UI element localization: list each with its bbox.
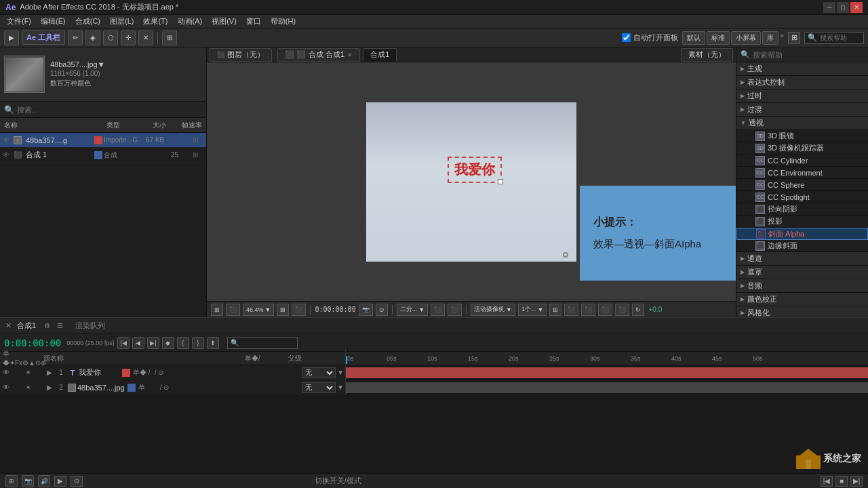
menu-window[interactable]: 窗口	[242, 15, 265, 28]
layer-1-parent-select[interactable]: 无	[302, 367, 336, 378]
effect-cc-spotlight[interactable]: CC CC Spotlight	[736, 191, 868, 203]
minimize-button[interactable]: ─	[823, 2, 835, 13]
vc-show-snapshot[interactable]: ⊙	[376, 304, 388, 316]
vc-grid-btn[interactable]: ⊞	[211, 304, 223, 316]
tool-shape[interactable]: ⬡	[103, 30, 118, 45]
tab-footage[interactable]: 素材（无）	[681, 48, 733, 62]
vc-camera-dropdown[interactable]: 活动摄像机 ▼	[471, 304, 515, 316]
layer-1-lock[interactable]	[34, 368, 43, 378]
timecode-display[interactable]: 0:00:00:00	[4, 338, 61, 348]
timeline-search-input[interactable]	[240, 339, 294, 346]
tab-comp-icon[interactable]: ⬛ ⬛ 合成 合成1 ✕	[277, 48, 360, 62]
vc-color[interactable]: ⬛	[292, 304, 306, 316]
vc-resolution-btn[interactable]: ⬛	[226, 304, 240, 316]
tool-extra1[interactable]: ⊞	[162, 30, 177, 45]
effects-cat-perspective[interactable]: ▼ 透视	[736, 117, 868, 130]
title-bar-controls[interactable]: ─ □ ✕	[823, 2, 863, 13]
search-input[interactable]	[820, 34, 861, 41]
eye-icon[interactable]: 👁	[3, 136, 12, 144]
tl-out-point[interactable]: }	[192, 337, 204, 349]
viewer-icon[interactable]: ⊞	[788, 32, 800, 44]
menu-compose[interactable]: 合成(C)	[71, 15, 104, 28]
workspace-default[interactable]: 默认	[682, 31, 705, 45]
layer-1-bar[interactable]	[346, 367, 868, 378]
effects-cat-transition[interactable]: ▶ 过渡	[736, 103, 868, 117]
switch-mode-label[interactable]: 切换开关/模式	[315, 476, 361, 486]
eye-icon-1[interactable]: 👁	[3, 151, 12, 159]
layer-2-solo[interactable]: ☀	[23, 383, 33, 392]
menu-file[interactable]: 文件(F)	[3, 15, 35, 28]
active-comp-tab[interactable]: 合成1	[363, 48, 397, 62]
auto-open-checkbox[interactable]	[622, 33, 631, 42]
play-end[interactable]: ▶|	[850, 476, 863, 487]
layer-row-1[interactable]: 👁 ☀ ▶ 1 T 我爱你 单◆ / / ⊙ 无 ▼	[0, 365, 868, 380]
menu-animate[interactable]: 动画(A)	[174, 15, 207, 28]
effect-bevel-alpha[interactable]: ⬛ 斜面 Alpha	[736, 228, 868, 240]
restore-button[interactable]: □	[837, 2, 849, 13]
menu-layer[interactable]: 图层(L)	[106, 15, 138, 28]
tl-move-start[interactable]: |◀	[117, 337, 130, 349]
status-sound-icon[interactable]: 🔊	[38, 475, 50, 487]
play-resolution[interactable]: ⊙	[71, 476, 83, 487]
tl-prev-frame[interactable]: ◀	[132, 337, 144, 349]
text-layer[interactable]: 我爱你	[448, 157, 502, 183]
tool-pen[interactable]: ✏	[68, 30, 83, 45]
project-item-1[interactable]: 👁 ⬛ 合成 1 合成 25 ⊞	[0, 148, 206, 163]
vc-3d[interactable]: ⬛	[581, 304, 595, 316]
menu-effects[interactable]: 效果(T)	[139, 15, 172, 28]
effects-cat-mask[interactable]: ▶ 遮罩	[736, 266, 868, 279]
layer-1-vis[interactable]: 👁	[1, 368, 11, 378]
tool-move[interactable]: ✛	[121, 30, 136, 45]
status-camera-icon[interactable]: 📷	[22, 475, 34, 487]
render-queue-button[interactable]: 渲染队列	[71, 319, 109, 332]
play-button[interactable]: ▶	[54, 476, 66, 487]
effects-cat-expr[interactable]: ▶ 表达式控制	[736, 76, 868, 89]
effects-cat-stylize[interactable]: ▶ 风格化	[736, 306, 868, 317]
project-search-input[interactable]	[17, 106, 202, 114]
transform-handle[interactable]	[498, 179, 503, 184]
tool-select[interactable]: ▶	[4, 30, 19, 45]
vc-fast-preview[interactable]: ⬛	[448, 304, 462, 316]
vc-zoom-dropdown[interactable]: 46.4% ▼	[243, 304, 274, 316]
layer-2-bar[interactable]	[346, 382, 868, 393]
workspace-standard[interactable]: 标准	[707, 31, 730, 45]
layer-2-lock[interactable]	[34, 383, 43, 392]
effect-cc-sphere[interactable]: CC CC Sphere	[736, 179, 868, 191]
effects-cat-channel[interactable]: ▶ 通道	[736, 252, 868, 266]
effects-cat-audio[interactable]: ▶ 音频	[736, 279, 868, 293]
layer-1-audio[interactable]	[12, 368, 22, 378]
tl-forward-frame[interactable]: ▶|	[147, 337, 159, 349]
workspace-small[interactable]: 小屏幕	[731, 31, 761, 45]
tab-layer[interactable]: ⬛ 图层（无）	[210, 48, 272, 62]
tl-in-point[interactable]: {	[177, 337, 189, 349]
tool-camera[interactable]: ✕	[138, 30, 153, 45]
layer-row-2[interactable]: 👁 ☀ ▶ 2 48ba357....jpg 单 / ⊙ 无 ▼	[0, 380, 868, 395]
effect-cc-cylinder[interactable]: CC CC Cylinder	[736, 155, 868, 167]
layer-2-vis[interactable]: 👁	[1, 383, 11, 392]
layer-2-audio[interactable]	[12, 383, 22, 392]
vc-refresh[interactable]: ↻	[632, 304, 644, 316]
comp-canvas[interactable]: 我爱你	[366, 102, 576, 262]
effects-cat-color[interactable]: ▶ 颜色校正	[736, 293, 868, 306]
layer-2-edit-icon[interactable]: /	[160, 384, 162, 391]
status-composition-icon[interactable]: ⊞	[5, 475, 18, 487]
manage-icon-0[interactable]: ⊞	[193, 136, 203, 144]
layer-2-track[interactable]	[346, 380, 868, 395]
effects-search-input[interactable]	[753, 51, 864, 59]
comp-tab-close[interactable]: ✕	[347, 52, 353, 58]
layer-2-expand[interactable]: ▶	[45, 383, 54, 392]
tl-lift[interactable]: ⬆	[207, 337, 219, 349]
tool-fill[interactable]: ◈	[85, 30, 100, 45]
effects-cat-obsolete[interactable]: ▶ 过时	[736, 89, 868, 103]
vc-snapshot[interactable]: 📷	[359, 304, 373, 316]
tl-add-marker[interactable]: ◆	[162, 337, 174, 349]
close-button[interactable]: ✕	[850, 2, 863, 13]
manage-icon-1[interactable]: ⊞	[193, 151, 203, 159]
workspace-more[interactable]: »	[780, 31, 784, 45]
vc-snap[interactable]: ⬛	[598, 304, 612, 316]
auto-open-panel[interactable]: 自动打开面板	[622, 33, 678, 43]
vc-views-dropdown[interactable]: 1个... ▼	[518, 304, 547, 316]
project-item-0[interactable]: 👁 i 48ba357....g Importe...G 67 KB ⊞	[0, 133, 206, 148]
layer-1-expand[interactable]: ▶	[45, 368, 54, 378]
effect-bevel-edges[interactable]: ⬛ 边缘斜面	[736, 240, 868, 252]
